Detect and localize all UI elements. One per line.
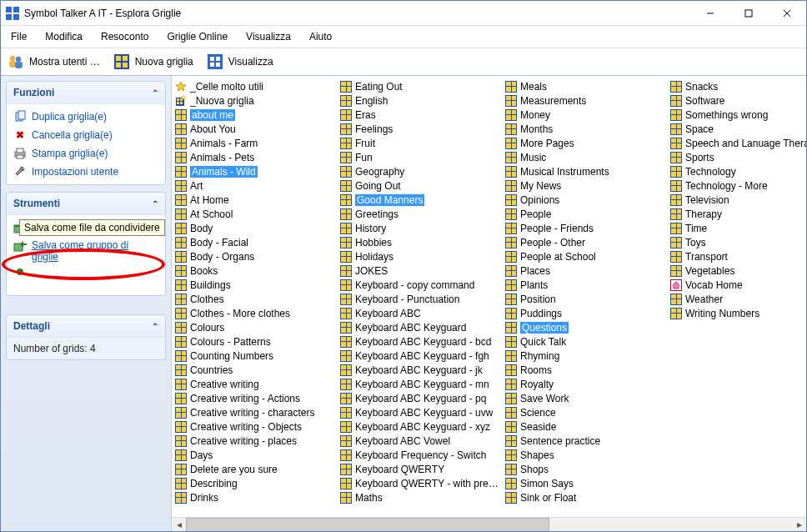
list-item[interactable]: Keyboard ABC Vowel <box>337 434 502 448</box>
list-item[interactable]: Art <box>172 178 337 193</box>
list-item[interactable]: Animals - Wild <box>172 164 337 178</box>
list-item[interactable]: Body <box>172 221 337 235</box>
list-item[interactable]: Creative writing <box>172 377 337 391</box>
menu-resoconto[interactable]: Resoconto <box>98 29 152 44</box>
minimize-button[interactable] <box>691 1 729 26</box>
list-item[interactable]: Hobbies <box>337 235 502 249</box>
list-item[interactable]: Days <box>172 448 337 462</box>
list-item[interactable]: About You <box>172 122 337 136</box>
toolbar-nuova-griglia[interactable]: Nuova griglia <box>113 53 193 70</box>
list-item[interactable]: Body - Facial <box>172 235 337 249</box>
menu-file[interactable]: File <box>8 29 30 44</box>
list-item[interactable]: Writing Numbers <box>667 306 806 320</box>
list-item[interactable]: Seaside <box>502 419 667 434</box>
list-item[interactable]: Science <box>502 405 667 419</box>
list-item[interactable]: Drinks <box>172 490 337 504</box>
list-item[interactable]: People - Other <box>502 235 667 249</box>
link-salva-gruppo[interactable]: Salva come gruppo di griglie <box>12 237 160 265</box>
list-item[interactable]: Time <box>667 221 806 235</box>
link-duplica[interactable]: Duplica griglia(e) <box>12 108 160 126</box>
scroll-thumb[interactable] <box>186 518 549 532</box>
list-item[interactable]: Sentence practice <box>502 434 667 448</box>
list-item[interactable]: Plants <box>502 278 667 292</box>
list-item[interactable]: Space <box>667 122 806 136</box>
list-item[interactable]: Measurements <box>502 93 667 108</box>
list-item[interactable]: Describing <box>172 476 337 490</box>
list-item[interactable]: Transport <box>667 249 806 263</box>
list-item[interactable]: Geography <box>337 164 502 178</box>
list-item[interactable]: Months <box>502 122 667 136</box>
list-item[interactable]: Good Manners <box>337 193 502 207</box>
list-item[interactable]: Body - Organs <box>172 249 337 263</box>
list-item[interactable]: English <box>337 93 502 108</box>
list-item[interactable]: Toys <box>667 235 806 249</box>
list-item[interactable]: Speech and Lanuage Therapy <box>667 136 806 150</box>
menu-visualizza[interactable]: Visualizza <box>243 29 294 44</box>
list-item[interactable]: Keyboard QWERTY <box>337 462 502 476</box>
list-item[interactable]: Musical Instruments <box>502 164 667 178</box>
list-item[interactable]: Buildings <box>172 278 337 292</box>
list-item[interactable]: Greetings <box>337 207 502 221</box>
list-item[interactable]: Keyboard ABC Keyguard <box>337 320 502 334</box>
list-item[interactable]: Eating Out <box>337 79 502 93</box>
list-item[interactable]: Vegetables <box>667 263 806 278</box>
list-item[interactable]: History <box>337 221 502 235</box>
list-item[interactable]: Eras <box>337 108 502 122</box>
list-item[interactable]: Feelings <box>337 122 502 136</box>
list-item[interactable]: Therapy <box>667 207 806 221</box>
list-item[interactable]: Places <box>502 263 667 278</box>
list-item[interactable]: Keyboard ABC Keyguard - fgh <box>337 349 502 363</box>
panel-dettagli-header[interactable]: Dettagli ⌃ <box>7 315 165 338</box>
list-item[interactable]: Sports <box>667 150 806 164</box>
list-item[interactable]: Technology <box>667 164 806 178</box>
list-item[interactable]: Keyboard ABC Keyguard - xyz <box>337 419 502 434</box>
list-item[interactable]: At Home <box>172 193 337 207</box>
list-item[interactable]: People at School <box>502 249 667 263</box>
list-item[interactable]: Going Out <box>337 178 502 193</box>
list-item[interactable]: Shapes <box>502 448 667 462</box>
list-item[interactable]: Keyboard ABC Keyguard - pq <box>337 391 502 405</box>
link-cancella[interactable]: ✖ Cancella griglia(e) <box>12 126 160 144</box>
list-item[interactable]: Software <box>667 93 806 108</box>
list-item[interactable]: Opinions <box>502 193 667 207</box>
list-item[interactable]: Keyboard ABC Keyguard - jk <box>337 363 502 377</box>
list-item[interactable]: Books <box>172 263 337 278</box>
list-item[interactable]: Fruit <box>337 136 502 150</box>
list-item[interactable]: about me <box>172 108 337 122</box>
scroll-track[interactable] <box>186 518 792 532</box>
scroll-right-button[interactable]: ▸ <box>792 518 806 532</box>
list-item[interactable]: Puddings <box>502 306 667 320</box>
list-item[interactable]: Keyboard ABC Keyguard - mn <box>337 377 502 391</box>
maximize-button[interactable] <box>729 1 768 26</box>
list-item[interactable]: Rhyming <box>502 349 667 363</box>
list-item[interactable]: Maths <box>337 490 502 504</box>
scrollbar-horizontal[interactable]: ◂ ▸ <box>172 517 806 531</box>
panel-funzioni-header[interactable]: Funzioni ⌃ <box>7 82 165 104</box>
list-item[interactable]: Creative writing - places <box>172 434 337 448</box>
toolbar-mostra-utenti[interactable]: Mostra utenti … <box>8 53 100 70</box>
list-item[interactable]: Technology - More <box>667 178 806 193</box>
list-item[interactable]: Position <box>502 292 667 306</box>
list-item[interactable]: People - Friends <box>502 221 667 235</box>
list-item[interactable]: Save Work <box>502 391 667 405</box>
list-item[interactable]: Colours - Patterns <box>172 334 337 349</box>
list-item[interactable]: At School <box>172 207 337 221</box>
list-item[interactable]: Keyboard Frequency - Switch <box>337 448 502 462</box>
list-item[interactable]: Vocab Home <box>667 278 806 292</box>
list-item[interactable]: Animals - Farm <box>172 136 337 150</box>
list-item[interactable]: More Pages <box>502 136 667 150</box>
scroll-left-button[interactable]: ◂ <box>172 518 186 532</box>
list-item[interactable]: Keyboard - Punctuation <box>337 292 502 306</box>
list-item[interactable]: Somethings wrong <box>667 108 806 122</box>
list-item[interactable]: Holidays <box>337 249 502 263</box>
list-item[interactable]: Weather <box>667 292 806 306</box>
list-item[interactable]: Creative writing - characters <box>172 405 337 419</box>
list-item[interactable]: Music <box>502 150 667 164</box>
list-item[interactable]: Sink or Float <box>502 490 667 504</box>
list-item[interactable]: Creative writing - Objects <box>172 419 337 434</box>
panel-strumenti-header[interactable]: Strumenti ⌃ <box>7 193 165 215</box>
list-item[interactable]: Keyboard ABC Keyguard - bcd <box>337 334 502 349</box>
list-item[interactable]: _Nuova griglia <box>172 93 337 108</box>
list-item[interactable]: Meals <box>502 79 667 93</box>
list-item[interactable]: Clothes <box>172 292 337 306</box>
